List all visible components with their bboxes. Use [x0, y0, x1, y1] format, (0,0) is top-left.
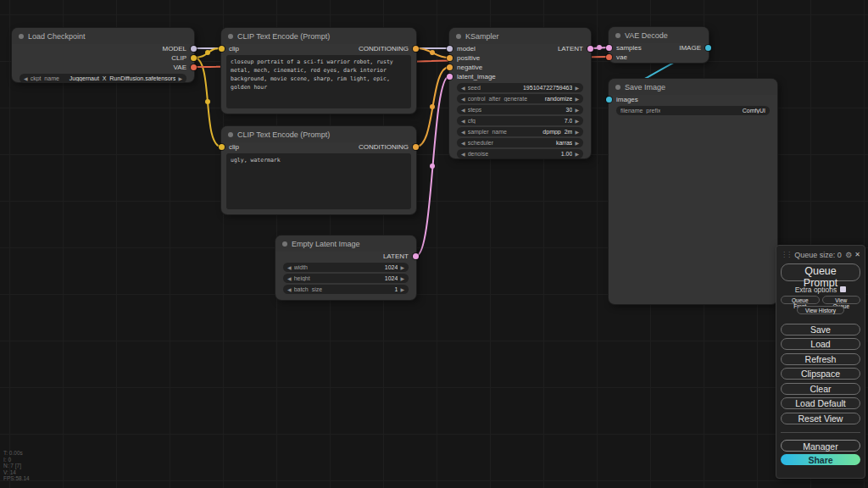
widget-seed[interactable]: ◀ seed 195104722759463 ▶ — [457, 83, 583, 92]
node-graph-canvas[interactable]: Load Checkpoint MODEL CLIP VAE ◀ ckpt_na… — [0, 0, 868, 488]
input-slot-clip[interactable] — [219, 144, 225, 150]
prev-value-icon[interactable]: ◀ — [461, 107, 465, 113]
widget-filename-prefix[interactable]: filename_prefix ComfyUI — [616, 106, 770, 115]
output-label-conditioning: CONDITIONING — [359, 45, 409, 53]
output-label-image: IMAGE — [679, 44, 701, 52]
prompt-textarea[interactable]: ugly, watermark — [226, 153, 411, 209]
output-slot-latent[interactable] — [413, 253, 419, 259]
input-slot-positive[interactable] — [447, 55, 453, 61]
next-value-icon[interactable]: ▶ — [575, 107, 579, 113]
view-history-button[interactable]: View History — [797, 306, 844, 314]
collapse-dot-icon[interactable] — [456, 34, 461, 39]
extra-options-label: Extra options — [795, 286, 837, 294]
queue-prompt-button[interactable]: Queue Prompt — [781, 263, 860, 281]
widget-steps[interactable]: ◀ steps 30 ▶ — [457, 105, 583, 114]
clear-button[interactable]: Clear — [781, 383, 860, 395]
collapse-dot-icon[interactable] — [282, 241, 287, 247]
node-title: VAE Decode — [625, 31, 668, 40]
image-preview-area — [609, 117, 777, 295]
input-slot-samples[interactable] — [606, 45, 612, 51]
next-value-icon[interactable]: ▶ — [178, 75, 182, 81]
node-clip-text-encode-negative[interactable]: CLIP Text Encode (Prompt) clip CONDITION… — [221, 126, 416, 214]
widget-control-after-generate[interactable]: ◀ control_after_generate randomize ▶ — [457, 94, 583, 103]
input-slot-latent-image[interactable] — [447, 74, 453, 80]
widget-value: 30 — [484, 107, 572, 113]
widget-value: 195104722759463 — [483, 85, 573, 91]
collapse-dot-icon[interactable] — [228, 132, 233, 137]
prev-value-icon[interactable]: ◀ — [461, 118, 465, 124]
clipspace-button[interactable]: Clipspace — [781, 368, 860, 380]
widget-cfg[interactable]: ◀ cfg 7.0 ▶ — [457, 116, 583, 125]
collapse-dot-icon[interactable] — [228, 34, 233, 39]
next-value-icon[interactable]: ▶ — [575, 118, 579, 124]
widget-denoise[interactable]: ◀ denoise 1.00 ▶ — [457, 149, 583, 158]
next-value-icon[interactable]: ▶ — [575, 85, 579, 91]
output-slot-clip[interactable] — [191, 55, 197, 61]
reset-view-button[interactable]: Reset View — [781, 413, 860, 424]
widget-batch-size[interactable]: ◀ batch_size 1 ▶ — [283, 285, 409, 294]
load-default-button[interactable]: Load Default — [781, 397, 860, 409]
next-value-icon[interactable]: ▶ — [575, 140, 579, 146]
widget-width[interactable]: ◀ width 1024 ▶ — [283, 263, 409, 272]
widget-ckpt-name[interactable]: ◀ ckpt_name Juggernaut_X_RunDiffusion.sa… — [19, 74, 186, 83]
wire-latent-empty — [416, 76, 449, 256]
prev-value-icon[interactable]: ◀ — [461, 85, 465, 91]
node-save-image[interactable]: Save Image images filename_prefix ComfyU… — [609, 79, 777, 304]
node-load-checkpoint[interactable]: Load Checkpoint MODEL CLIP VAE ◀ ckpt_na… — [12, 28, 194, 82]
close-icon[interactable]: ✕ — [854, 251, 860, 258]
extra-options-checkbox[interactable] — [840, 286, 846, 292]
queue-front-button[interactable]: Queue Front — [781, 296, 820, 304]
prev-value-icon[interactable]: ◀ — [461, 96, 465, 102]
widget-value: randomize — [530, 96, 572, 102]
next-value-icon[interactable]: ▶ — [400, 286, 404, 292]
next-value-icon[interactable]: ▶ — [400, 275, 404, 281]
input-slot-vae[interactable] — [606, 54, 612, 60]
output-slot-conditioning[interactable] — [413, 144, 419, 150]
node-empty-latent-image[interactable]: Empty Latent Image LATENT ◀ width 1024 ▶… — [275, 236, 416, 300]
output-slot-vae[interactable] — [191, 64, 197, 70]
widget-height[interactable]: ◀ height 1024 ▶ — [283, 274, 409, 283]
output-slot-model[interactable] — [191, 46, 197, 52]
input-label-model: model — [457, 45, 476, 53]
input-slot-clip[interactable] — [219, 46, 225, 52]
prev-value-icon[interactable]: ◀ — [461, 151, 465, 157]
next-value-icon[interactable]: ▶ — [575, 129, 579, 135]
prev-value-icon[interactable]: ◀ — [461, 129, 465, 135]
prev-value-icon[interactable]: ◀ — [287, 286, 292, 292]
output-slot-image[interactable] — [705, 45, 711, 51]
node-ksampler[interactable]: KSampler model LATENT positive negative … — [449, 28, 591, 158]
prev-value-icon[interactable]: ◀ — [24, 75, 28, 81]
save-button[interactable]: Save — [781, 324, 860, 336]
refresh-button[interactable]: Refresh — [781, 353, 860, 365]
prev-value-icon[interactable]: ◀ — [287, 275, 292, 281]
input-slot-model[interactable] — [447, 46, 453, 52]
input-label-vae: vae — [616, 53, 627, 61]
prompt-textarea[interactable]: closeup portrait of a sci-fi warrior rob… — [226, 55, 411, 108]
input-slot-negative[interactable] — [447, 64, 453, 70]
collapse-dot-icon[interactable] — [615, 85, 620, 90]
widget-sampler-name[interactable]: ◀ sampler_name dpmpp_2m ▶ — [457, 127, 583, 136]
node-clip-text-encode-positive[interactable]: CLIP Text Encode (Prompt) clip CONDITION… — [221, 28, 416, 114]
view-queue-button[interactable]: View Queue — [822, 296, 861, 304]
settings-gear-icon[interactable]: ⚙ — [845, 251, 852, 259]
next-value-icon[interactable]: ▶ — [575, 96, 579, 102]
collapse-dot-icon[interactable] — [19, 34, 24, 39]
widget-label: cfg — [468, 118, 476, 124]
collapse-dot-icon[interactable] — [615, 33, 620, 38]
output-slot-conditioning[interactable] — [413, 46, 419, 52]
output-slot-latent[interactable] — [587, 46, 593, 52]
prev-value-icon[interactable]: ◀ — [287, 264, 292, 270]
input-label-clip: clip — [229, 45, 239, 53]
next-value-icon[interactable]: ▶ — [400, 264, 404, 270]
node-vae-decode[interactable]: VAE Decode samples IMAGE vae — [609, 27, 709, 63]
load-button[interactable]: Load — [781, 338, 860, 350]
drag-handle-icon[interactable]: ⋮⋮ — [781, 251, 791, 258]
queue-size-label: Queue size: 0 — [793, 251, 843, 259]
manager-button[interactable]: Manager — [781, 440, 860, 452]
widget-label: scheduler — [468, 140, 493, 146]
widget-scheduler[interactable]: ◀ scheduler karras ▶ — [457, 138, 583, 147]
prev-value-icon[interactable]: ◀ — [461, 140, 465, 146]
input-slot-images[interactable] — [606, 97, 612, 103]
share-button[interactable]: Share — [781, 454, 860, 465]
next-value-icon[interactable]: ▶ — [575, 151, 579, 157]
